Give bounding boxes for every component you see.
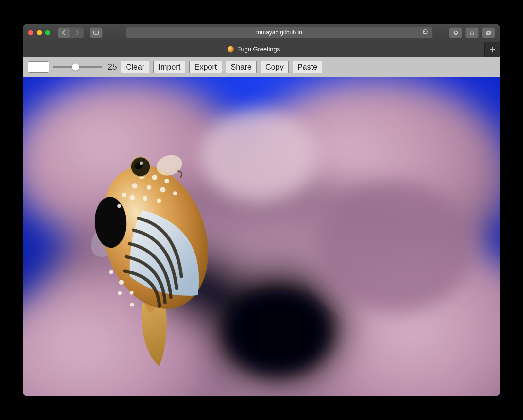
svg-point-15: [226, 290, 330, 375]
svg-point-13: [199, 110, 317, 201]
share-button[interactable]: [465, 27, 479, 38]
paste-button[interactable]: Paste: [293, 61, 322, 73]
browser-window: tomayac.github.io Fugu Greetings: [23, 24, 500, 396]
canvas-image: [23, 77, 500, 396]
nav-back-forward: [58, 27, 84, 38]
svg-rect-4: [487, 31, 491, 34]
svg-point-14: [317, 182, 474, 313]
sidebar-toggle-button[interactable]: [90, 27, 103, 38]
tab-title: Fugu Greetings: [237, 46, 280, 53]
url-text: tomayac.github.io: [256, 29, 302, 36]
svg-rect-0: [93, 31, 98, 34]
share-app-button[interactable]: Share: [226, 61, 257, 73]
svg-rect-3: [486, 31, 490, 34]
active-tab[interactable]: Fugu Greetings: [23, 42, 484, 57]
titlebar: tomayac.github.io: [23, 24, 500, 42]
tab-bar: Fugu Greetings: [23, 42, 500, 57]
tabs-overview-button[interactable]: [482, 27, 495, 38]
close-window-button[interactable]: [28, 30, 33, 35]
drawing-canvas[interactable]: [23, 77, 500, 396]
downloads-button[interactable]: [449, 27, 462, 38]
back-button[interactable]: [58, 27, 71, 38]
new-tab-button[interactable]: [484, 42, 500, 57]
clear-button[interactable]: Clear: [121, 61, 149, 73]
forward-button[interactable]: [71, 27, 84, 38]
minimize-window-button[interactable]: [37, 30, 42, 35]
zoom-window-button[interactable]: [45, 30, 50, 35]
brush-size-value: 25: [106, 62, 117, 72]
brush-size-slider[interactable]: [53, 66, 102, 68]
export-button[interactable]: Export: [189, 61, 222, 73]
import-button[interactable]: Import: [153, 61, 185, 73]
titlebar-right-controls: [449, 27, 495, 38]
app-toolbar: 25 Clear Import Export Share Copy Paste: [23, 57, 500, 77]
reload-icon[interactable]: [422, 28, 429, 37]
fugu-favicon-icon: [228, 46, 234, 53]
copy-button[interactable]: Copy: [261, 61, 289, 73]
color-picker[interactable]: [28, 61, 49, 73]
address-bar[interactable]: tomayac.github.io: [126, 27, 433, 38]
traffic-lights: [28, 30, 50, 35]
